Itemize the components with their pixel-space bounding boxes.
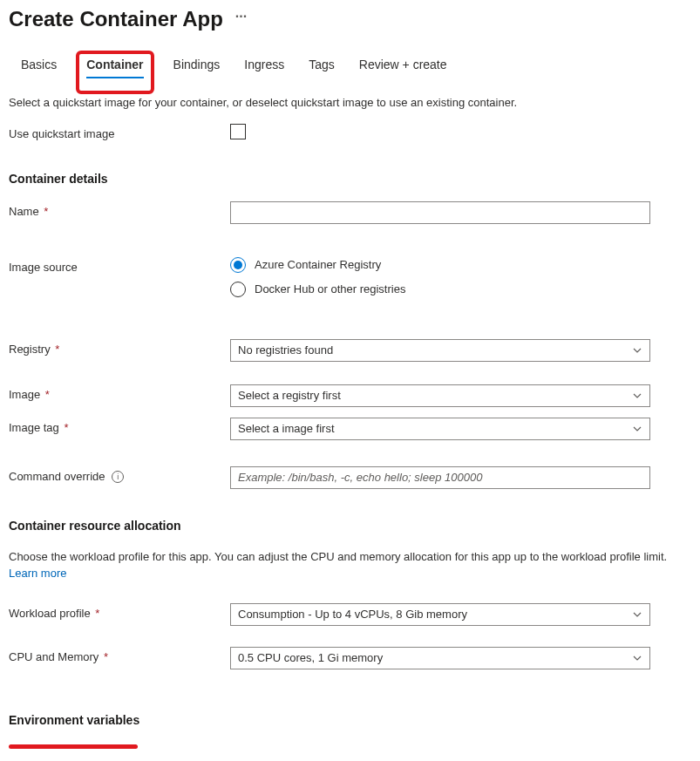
tab-review-create[interactable]: Review + create <box>359 58 447 78</box>
row-image-tag: Image tag * Select a image first <box>9 418 691 440</box>
name-input[interactable] <box>230 201 650 224</box>
workload-value: Consumption - Up to 4 vCPUs, 8 Gib memor… <box>238 608 467 621</box>
image-value: Select a registry first <box>238 389 341 402</box>
registry-value: No registries found <box>238 343 333 357</box>
tab-bindings[interactable]: Bindings <box>173 58 221 78</box>
row-command-override: Command override i <box>9 466 691 489</box>
image-tag-label: Image tag * <box>9 418 230 434</box>
image-tag-select[interactable]: Select a image first <box>230 418 650 440</box>
tab-ingress[interactable]: Ingress <box>244 58 284 78</box>
required-marker: * <box>100 650 108 663</box>
image-source-label: Image source <box>9 257 230 274</box>
row-quickstart: Use quickstart image <box>9 124 691 142</box>
resource-alloc-desc-text: Choose the workload profile for this app… <box>9 550 667 563</box>
radio-acr-circle <box>230 257 246 273</box>
registry-label-text: Registry <box>9 343 51 356</box>
required-marker: * <box>52 343 60 356</box>
learn-more-link[interactable]: Learn more <box>9 567 66 580</box>
tab-basics[interactable]: Basics <box>21 58 57 78</box>
page-title-text: Create Container App <box>9 7 223 31</box>
tab-tags[interactable]: Tags <box>309 58 335 78</box>
tab-bar: Basics Container Bindings Ingress Tags R… <box>9 58 691 78</box>
radio-acr[interactable]: Azure Container Registry <box>230 257 650 273</box>
tab-highlight-annotation: Container <box>76 51 153 94</box>
section-env-vars: Environment variables <box>9 713 139 727</box>
row-cpu-memory: CPU and Memory * 0.5 CPU cores, 1 Gi mem… <box>9 647 691 669</box>
image-label: Image * <box>9 384 230 401</box>
chevron-down-icon <box>632 391 642 401</box>
workload-label-text: Workload profile <box>9 607 91 620</box>
radio-docker-circle <box>230 282 246 297</box>
name-label: Name * <box>9 201 230 218</box>
cpu-memory-value: 0.5 CPU cores, 1 Gi memory <box>238 651 383 664</box>
chevron-down-icon <box>632 345 642 356</box>
required-marker: * <box>42 388 50 401</box>
section-resource-allocation: Container resource allocation <box>9 519 691 533</box>
row-workload-profile: Workload profile * Consumption - Up to 4… <box>9 603 691 626</box>
quickstart-label: Use quickstart image <box>9 124 230 140</box>
row-image-source: Image source Azure Container Registry Do… <box>9 257 691 306</box>
command-override-label: Command override i <box>9 466 230 484</box>
chevron-down-icon <box>632 653 642 663</box>
row-registry: Registry * No registries found <box>9 339 691 362</box>
radio-docker-label: Docker Hub or other registries <box>255 282 405 296</box>
chevron-down-icon <box>632 424 642 434</box>
chevron-down-icon <box>632 609 642 620</box>
image-tag-value: Select a image first <box>238 422 335 435</box>
info-icon[interactable]: i <box>112 471 124 483</box>
required-marker: * <box>61 421 69 434</box>
intro-text: Select a quickstart image for your conta… <box>9 94 691 112</box>
cpu-label-text: CPU and Memory <box>9 650 99 663</box>
row-name: Name * <box>9 201 691 224</box>
required-marker: * <box>92 607 100 620</box>
image-select[interactable]: Select a registry first <box>230 384 650 407</box>
image-tag-label-text: Image tag <box>9 421 59 434</box>
image-label-text: Image <box>9 388 40 401</box>
registry-select[interactable]: No registries found <box>230 339 650 362</box>
quickstart-checkbox[interactable] <box>230 124 246 139</box>
workload-label: Workload profile * <box>9 603 230 620</box>
radio-acr-label: Azure Container Registry <box>255 258 381 271</box>
row-image: Image * Select a registry first <box>9 384 691 407</box>
cpu-label: CPU and Memory * <box>9 647 230 663</box>
workload-select[interactable]: Consumption - Up to 4 vCPUs, 8 Gib memor… <box>230 603 650 626</box>
section-container-details: Container details <box>9 172 691 186</box>
radio-docker[interactable]: Docker Hub or other registries <box>230 282 650 297</box>
tab-container[interactable]: Container <box>86 58 143 78</box>
name-label-text: Name <box>9 205 39 218</box>
required-marker: * <box>41 205 49 218</box>
more-icon[interactable]: ··· <box>235 9 247 30</box>
command-override-label-text: Command override <box>9 470 105 483</box>
registry-label: Registry * <box>9 339 230 356</box>
env-underline-annotation <box>9 744 138 749</box>
page-title: Create Container App ··· <box>9 7 691 31</box>
command-override-input[interactable] <box>230 466 650 489</box>
cpu-memory-select[interactable]: 0.5 CPU cores, 1 Gi memory <box>230 647 650 669</box>
resource-alloc-desc: Choose the workload profile for this app… <box>9 548 691 582</box>
